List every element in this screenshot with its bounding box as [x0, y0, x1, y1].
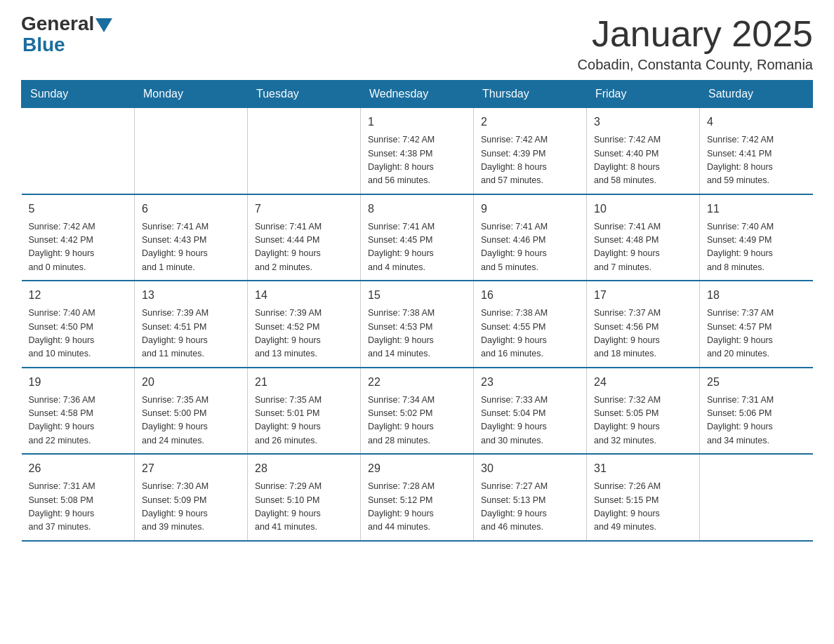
- calendar-cell: 3Sunrise: 7:42 AMSunset: 4:40 PMDaylight…: [587, 108, 700, 194]
- calendar-cell: 18Sunrise: 7:37 AMSunset: 4:57 PMDayligh…: [700, 281, 813, 368]
- day-info: Sunrise: 7:41 AMSunset: 4:46 PMDaylight:…: [481, 220, 579, 275]
- calendar-cell: 27Sunrise: 7:30 AMSunset: 5:09 PMDayligh…: [135, 454, 248, 541]
- day-number: 29: [368, 460, 466, 477]
- day-info: Sunrise: 7:36 AMSunset: 4:58 PMDaylight:…: [29, 394, 128, 448]
- day-number: 18: [707, 287, 806, 304]
- logo-general-text: General: [21, 14, 94, 34]
- calendar-cell: 7Sunrise: 7:41 AMSunset: 4:44 PMDaylight…: [248, 194, 361, 281]
- day-header-monday: Monday: [135, 81, 248, 108]
- calendar-cell: 17Sunrise: 7:37 AMSunset: 4:56 PMDayligh…: [587, 281, 700, 368]
- day-number: 28: [255, 460, 353, 477]
- calendar-cell: 26Sunrise: 7:31 AMSunset: 5:08 PMDayligh…: [22, 454, 135, 541]
- calendar-cell: 5Sunrise: 7:42 AMSunset: 4:42 PMDaylight…: [22, 194, 135, 281]
- calendar-cell: 16Sunrise: 7:38 AMSunset: 4:55 PMDayligh…: [474, 281, 587, 368]
- day-header-friday: Friday: [587, 81, 700, 108]
- calendar-cell: [700, 454, 813, 541]
- day-number: 20: [142, 374, 240, 391]
- day-number: 15: [368, 287, 466, 304]
- calendar-cell: 14Sunrise: 7:39 AMSunset: 4:52 PMDayligh…: [248, 281, 361, 368]
- calendar-cell: 29Sunrise: 7:28 AMSunset: 5:12 PMDayligh…: [361, 454, 474, 541]
- day-info: Sunrise: 7:32 AMSunset: 5:05 PMDaylight:…: [594, 394, 692, 448]
- day-number: 6: [142, 201, 240, 217]
- calendar-table: SundayMondayTuesdayWednesdayThursdayFrid…: [21, 80, 813, 542]
- day-info: Sunrise: 7:29 AMSunset: 5:10 PMDaylight:…: [255, 480, 353, 535]
- week-row-2: 5Sunrise: 7:42 AMSunset: 4:42 PMDaylight…: [22, 194, 813, 281]
- day-info: Sunrise: 7:42 AMSunset: 4:41 PMDaylight:…: [707, 133, 806, 188]
- day-info: Sunrise: 7:39 AMSunset: 4:51 PMDaylight:…: [142, 307, 240, 361]
- day-info: Sunrise: 7:42 AMSunset: 4:38 PMDaylight:…: [368, 133, 466, 188]
- day-number: 4: [707, 114, 806, 130]
- day-info: Sunrise: 7:42 AMSunset: 4:39 PMDaylight:…: [481, 133, 579, 188]
- day-info: Sunrise: 7:41 AMSunset: 4:48 PMDaylight:…: [594, 220, 692, 275]
- day-number: 9: [481, 201, 579, 217]
- calendar-cell: 21Sunrise: 7:35 AMSunset: 5:01 PMDayligh…: [248, 368, 361, 455]
- day-info: Sunrise: 7:37 AMSunset: 4:57 PMDaylight:…: [707, 307, 806, 361]
- day-info: Sunrise: 7:41 AMSunset: 4:43 PMDaylight:…: [142, 220, 240, 275]
- day-number: 27: [142, 460, 240, 477]
- calendar-cell: 15Sunrise: 7:38 AMSunset: 4:53 PMDayligh…: [361, 281, 474, 368]
- logo-arrow-icon: [95, 18, 112, 32]
- day-header-tuesday: Tuesday: [248, 81, 361, 108]
- calendar-cell: 20Sunrise: 7:35 AMSunset: 5:00 PMDayligh…: [135, 368, 248, 455]
- day-number: 22: [368, 374, 466, 391]
- calendar-cell: 2Sunrise: 7:42 AMSunset: 4:39 PMDaylight…: [474, 108, 587, 194]
- day-header-saturday: Saturday: [700, 81, 813, 108]
- day-number: 17: [594, 287, 692, 304]
- day-number: 25: [707, 374, 806, 391]
- calendar-cell: [135, 108, 248, 194]
- day-info: Sunrise: 7:39 AMSunset: 4:52 PMDaylight:…: [255, 307, 353, 361]
- calendar-body: 1Sunrise: 7:42 AMSunset: 4:38 PMDaylight…: [22, 108, 813, 541]
- day-number: 11: [707, 201, 806, 217]
- day-number: 1: [368, 114, 466, 130]
- calendar-cell: [22, 108, 135, 194]
- day-info: Sunrise: 7:40 AMSunset: 4:49 PMDaylight:…: [707, 220, 806, 275]
- calendar-cell: 22Sunrise: 7:34 AMSunset: 5:02 PMDayligh…: [361, 368, 474, 455]
- day-number: 13: [142, 287, 240, 304]
- calendar-subtitle: Cobadin, Constanta County, Romania: [578, 57, 813, 73]
- day-info: Sunrise: 7:28 AMSunset: 5:12 PMDaylight:…: [368, 480, 466, 535]
- calendar-cell: 10Sunrise: 7:41 AMSunset: 4:48 PMDayligh…: [587, 194, 700, 281]
- calendar-cell: 6Sunrise: 7:41 AMSunset: 4:43 PMDaylight…: [135, 194, 248, 281]
- calendar-cell: 13Sunrise: 7:39 AMSunset: 4:51 PMDayligh…: [135, 281, 248, 368]
- week-row-3: 12Sunrise: 7:40 AMSunset: 4:50 PMDayligh…: [22, 281, 813, 368]
- day-number: 12: [29, 287, 128, 304]
- calendar-cell: 23Sunrise: 7:33 AMSunset: 5:04 PMDayligh…: [474, 368, 587, 455]
- day-number: 30: [481, 460, 579, 477]
- calendar-cell: 1Sunrise: 7:42 AMSunset: 4:38 PMDaylight…: [361, 108, 474, 194]
- day-number: 31: [594, 460, 692, 477]
- day-info: Sunrise: 7:35 AMSunset: 5:00 PMDaylight:…: [142, 394, 240, 448]
- day-number: 10: [594, 201, 692, 217]
- day-number: 8: [368, 201, 466, 217]
- day-info: Sunrise: 7:40 AMSunset: 4:50 PMDaylight:…: [29, 307, 128, 361]
- logo: General Blue: [21, 14, 112, 55]
- day-info: Sunrise: 7:27 AMSunset: 5:13 PMDaylight:…: [481, 480, 579, 535]
- day-info: Sunrise: 7:31 AMSunset: 5:06 PMDaylight:…: [707, 394, 806, 448]
- calendar-cell: 28Sunrise: 7:29 AMSunset: 5:10 PMDayligh…: [248, 454, 361, 541]
- days-header-row: SundayMondayTuesdayWednesdayThursdayFrid…: [22, 81, 813, 108]
- day-info: Sunrise: 7:34 AMSunset: 5:02 PMDaylight:…: [368, 394, 466, 448]
- day-number: 21: [255, 374, 353, 391]
- day-number: 5: [29, 201, 128, 217]
- calendar-cell: 11Sunrise: 7:40 AMSunset: 4:49 PMDayligh…: [700, 194, 813, 281]
- logo-blue-text: Blue: [21, 35, 112, 55]
- week-row-4: 19Sunrise: 7:36 AMSunset: 4:58 PMDayligh…: [22, 368, 813, 455]
- day-header-sunday: Sunday: [22, 81, 135, 108]
- calendar-header: SundayMondayTuesdayWednesdayThursdayFrid…: [22, 81, 813, 108]
- day-number: 23: [481, 374, 579, 391]
- day-info: Sunrise: 7:38 AMSunset: 4:53 PMDaylight:…: [368, 307, 466, 361]
- calendar-cell: 12Sunrise: 7:40 AMSunset: 4:50 PMDayligh…: [22, 281, 135, 368]
- calendar-cell: 9Sunrise: 7:41 AMSunset: 4:46 PMDaylight…: [474, 194, 587, 281]
- calendar-cell: 30Sunrise: 7:27 AMSunset: 5:13 PMDayligh…: [474, 454, 587, 541]
- calendar-title: January 2025: [578, 14, 813, 54]
- calendar-cell: 8Sunrise: 7:41 AMSunset: 4:45 PMDaylight…: [361, 194, 474, 281]
- day-info: Sunrise: 7:33 AMSunset: 5:04 PMDaylight:…: [481, 394, 579, 448]
- day-header-thursday: Thursday: [474, 81, 587, 108]
- day-info: Sunrise: 7:41 AMSunset: 4:44 PMDaylight:…: [255, 220, 353, 275]
- calendar-cell: 25Sunrise: 7:31 AMSunset: 5:06 PMDayligh…: [700, 368, 813, 455]
- calendar-cell: 24Sunrise: 7:32 AMSunset: 5:05 PMDayligh…: [587, 368, 700, 455]
- day-number: 7: [255, 201, 353, 217]
- week-row-5: 26Sunrise: 7:31 AMSunset: 5:08 PMDayligh…: [22, 454, 813, 541]
- day-info: Sunrise: 7:37 AMSunset: 4:56 PMDaylight:…: [594, 307, 692, 361]
- calendar-cell: [248, 108, 361, 194]
- calendar-cell: 31Sunrise: 7:26 AMSunset: 5:15 PMDayligh…: [587, 454, 700, 541]
